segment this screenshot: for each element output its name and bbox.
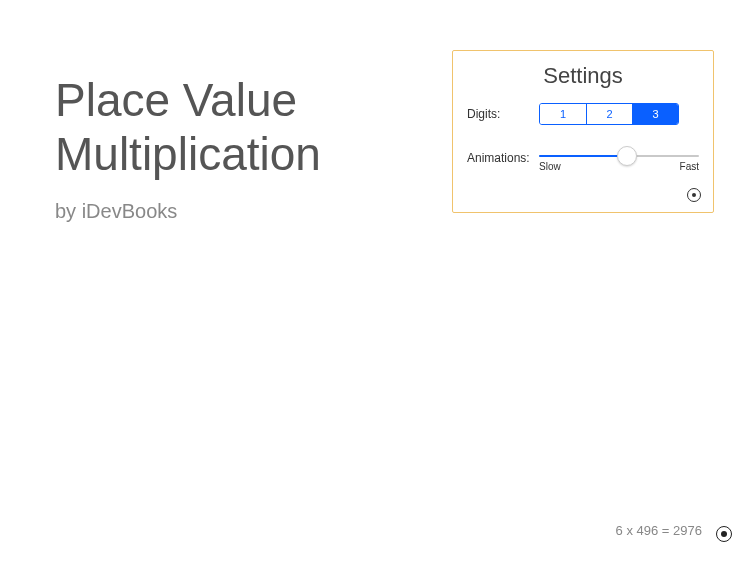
byline: by iDevBooks: [55, 200, 177, 223]
animations-slider[interactable]: Slow Fast: [539, 143, 699, 172]
equation-text: 6 x 496 = 2976: [616, 523, 702, 538]
animations-row: Animations: Slow Fast: [467, 143, 699, 172]
digits-option-2[interactable]: 2: [586, 104, 632, 124]
digits-option-1[interactable]: 1: [540, 104, 586, 124]
digits-segmented-control[interactable]: 1 2 3: [539, 103, 679, 125]
slider-min-label: Slow: [539, 161, 561, 172]
slider-max-label: Fast: [680, 161, 699, 172]
animations-label: Animations:: [467, 151, 539, 165]
slider-track[interactable]: [539, 155, 699, 157]
digits-label: Digits:: [467, 107, 539, 121]
record-button[interactable]: [716, 526, 732, 542]
settings-panel: Settings Digits: 1 2 3 Animations: Slow …: [452, 50, 714, 213]
digits-row: Digits: 1 2 3: [467, 103, 699, 125]
app-root: Place Value Multiplication by iDevBooks …: [0, 0, 750, 562]
title-line-2: Multiplication: [55, 127, 321, 181]
settings-close-button[interactable]: [687, 188, 701, 202]
app-title: Place Value Multiplication: [55, 73, 321, 182]
settings-heading: Settings: [467, 63, 699, 89]
slider-fill: [539, 155, 627, 157]
slider-thumb[interactable]: [617, 146, 637, 166]
title-line-1: Place Value: [55, 73, 321, 127]
digits-option-3[interactable]: 3: [632, 104, 678, 124]
